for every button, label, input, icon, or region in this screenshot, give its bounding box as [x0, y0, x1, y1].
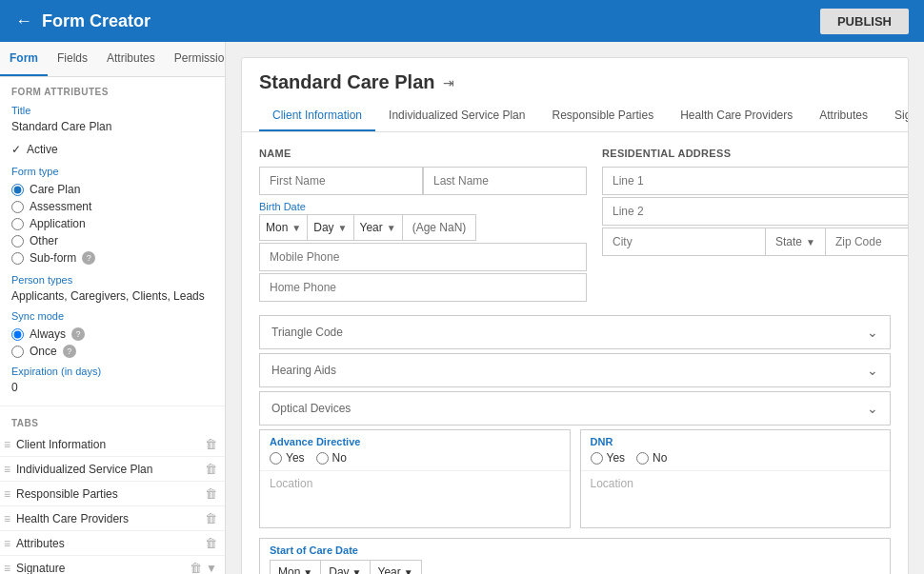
advance-yes-input[interactable]	[270, 452, 282, 465]
first-name-input[interactable]	[259, 167, 423, 195]
radio-other-input[interactable]	[11, 235, 24, 247]
advance-dnr-row: Advance Directive Yes No Location	[259, 429, 891, 528]
trash-icon-responsible[interactable]: 🗑	[205, 486, 217, 501]
advance-no[interactable]: No	[316, 451, 347, 465]
form-tab-isp[interactable]: Individualized Service Plan	[375, 101, 538, 131]
dob-day-select[interactable]: Day ▼	[307, 214, 352, 241]
drag-handle-health[interactable]: ≡	[4, 512, 10, 525]
dob-month-select[interactable]: Mon ▼	[259, 214, 307, 241]
name-inputs-row	[259, 167, 587, 195]
birth-date-label: Birth Date	[259, 197, 587, 214]
publish-button[interactable]: PUBLISH	[820, 9, 909, 34]
address-section-label: RESIDENTIAL ADDRESS	[602, 148, 909, 159]
radio-application[interactable]: Application	[11, 215, 213, 232]
sync-always-input[interactable]	[11, 328, 24, 341]
dnr-col: DNR Yes No Location	[580, 429, 892, 528]
sidebar-tab-fields[interactable]: Fields	[48, 42, 97, 76]
city-input[interactable]	[602, 228, 766, 256]
subform-help-icon[interactable]: ?	[82, 251, 95, 265]
expiry-value: 0	[0, 379, 225, 402]
drag-handle-attributes[interactable]: ≡	[4, 537, 10, 550]
sidebar-tab-attributes[interactable]: Attributes	[97, 42, 165, 76]
radio-application-label: Application	[30, 217, 86, 230]
hearing-aids-dropdown[interactable]: Hearing Aids ⌄	[259, 353, 891, 387]
radio-care-plan-input[interactable]	[11, 184, 24, 196]
trash-icon-client-info[interactable]: 🗑	[205, 437, 217, 451]
main-layout: Form Fields Attributes Permissions FORM …	[0, 42, 924, 574]
sync-once[interactable]: Once ?	[11, 343, 213, 360]
address-line2-input[interactable]	[602, 197, 909, 226]
tab-list-health[interactable]: ≡ Health Care Providers 🗑	[0, 506, 225, 531]
optical-devices-label: Optical Devices	[271, 402, 351, 415]
dnr-yes-input[interactable]	[591, 452, 603, 465]
trash-icon-health[interactable]: 🗑	[205, 511, 217, 525]
dnr-no-input[interactable]	[636, 452, 649, 465]
dob-row: Mon ▼ Day ▼ Year ▼	[259, 214, 587, 241]
tab-list-client-info[interactable]: ≡ Client Information 🗑	[0, 432, 225, 457]
city-state-row: State ▼	[602, 228, 909, 256]
back-button[interactable]: ←	[15, 11, 32, 31]
drag-handle-client-info[interactable]: ≡	[4, 438, 10, 451]
form-attributes-title: FORM ATTRIBUTES	[0, 77, 225, 101]
triangle-code-dropdown[interactable]: Triangle Code ⌄	[259, 315, 891, 349]
state-select[interactable]: State ▼	[766, 228, 826, 256]
sync-once-help-icon[interactable]: ?	[63, 345, 76, 358]
drag-handle-signature[interactable]: ≡	[4, 562, 10, 575]
drag-handle-isp[interactable]: ≡	[4, 463, 10, 476]
mobile-row	[259, 243, 587, 271]
zip-input[interactable]	[826, 228, 909, 256]
home-phone-input[interactable]	[259, 273, 587, 302]
dnr-yes[interactable]: Yes	[591, 451, 626, 465]
tab-list-responsible[interactable]: ≡ Responsible Parties 🗑	[0, 482, 225, 506]
check-icon: ✓	[11, 143, 21, 156]
form-title-edit-icon[interactable]: ⇥	[443, 75, 454, 90]
sync-once-input[interactable]	[11, 346, 24, 358]
address-line1-input[interactable]	[602, 167, 909, 195]
dob-year-chevron: ▼	[387, 223, 396, 233]
start-year-select[interactable]: Year ▼	[370, 560, 422, 574]
optical-devices-dropdown[interactable]: Optical Devices ⌄	[259, 391, 891, 426]
start-month-chevron-icon: ▼	[303, 567, 312, 575]
radio-assessment-input[interactable]	[11, 201, 24, 213]
triangle-code-chevron-icon: ⌄	[867, 325, 878, 340]
chevron-down-icon-signature[interactable]: ▼	[206, 562, 217, 575]
trash-icon-isp[interactable]: 🗑	[205, 462, 217, 476]
tab-list-attributes[interactable]: ≡ Attributes 🗑	[0, 531, 225, 556]
radio-application-input[interactable]	[11, 218, 24, 230]
dnr-no[interactable]: No	[636, 451, 667, 465]
form-tab-client-info[interactable]: Client Information	[259, 101, 375, 131]
trash-icon-signature[interactable]: 🗑	[190, 561, 202, 574]
content-area: Standard Care Plan ⇥ Client Information …	[226, 42, 924, 574]
title-label: Title	[0, 101, 225, 118]
radio-assessment[interactable]: Assessment	[11, 198, 213, 215]
tab-list-signature[interactable]: ≡ Signature 🗑 ▼	[0, 556, 225, 574]
sidebar-tab-permissions[interactable]: Permissions	[165, 42, 226, 76]
advance-no-input[interactable]	[316, 452, 329, 465]
radio-other[interactable]: Other	[11, 232, 213, 249]
dob-year-select[interactable]: Year ▼	[353, 214, 403, 241]
form-tab-health[interactable]: Health Care Providers	[667, 101, 806, 131]
state-label: State	[775, 235, 802, 248]
top-bar-left: ← Form Creator	[15, 11, 151, 31]
last-name-input[interactable]	[423, 167, 587, 195]
tab-label-isp: Individualized Service Plan	[16, 463, 152, 476]
mobile-phone-input[interactable]	[259, 243, 587, 271]
radio-subform[interactable]: Sub-form ?	[11, 249, 213, 267]
form-tab-attributes[interactable]: Attributes	[806, 101, 881, 131]
drag-handle-responsible[interactable]: ≡	[4, 487, 10, 501]
dnr-header: DNR	[581, 430, 891, 451]
trash-icon-attributes[interactable]: 🗑	[205, 536, 217, 550]
advance-yes[interactable]: Yes	[270, 451, 305, 465]
form-tab-responsible[interactable]: Responsible Parties	[538, 101, 667, 131]
sidebar-tab-form[interactable]: Form	[0, 42, 48, 76]
start-day-select[interactable]: Day ▼	[320, 560, 369, 574]
sync-always-help-icon[interactable]: ?	[71, 327, 85, 341]
start-month-select[interactable]: Mon ▼	[270, 560, 320, 574]
tab-list-isp[interactable]: ≡ Individualized Service Plan 🗑	[0, 457, 225, 482]
sync-always[interactable]: Always ?	[11, 326, 213, 343]
tabs-section-title: TABS	[0, 410, 225, 432]
radio-subform-input[interactable]	[11, 252, 24, 265]
form-type-group: Care Plan Assessment Application Other S…	[0, 179, 225, 268]
form-tab-signature[interactable]: Signature	[881, 101, 909, 131]
radio-care-plan[interactable]: Care Plan	[11, 181, 213, 198]
